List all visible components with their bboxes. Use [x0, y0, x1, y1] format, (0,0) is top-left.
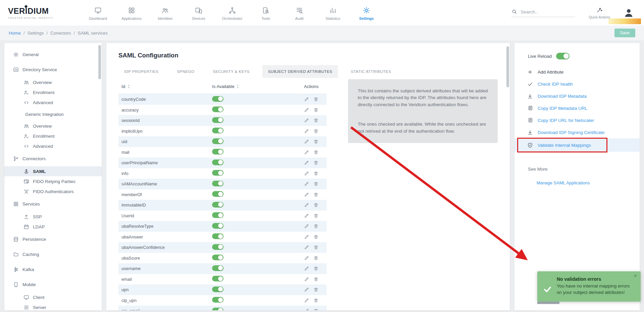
sidebar-item-enrollment[interactable]: Enrollment [4, 131, 102, 141]
edit-icon[interactable] [304, 203, 309, 208]
sidebar-item-fido-authenticators[interactable]: FIDO Authenticators [4, 186, 102, 196]
quick-actions-button[interactable]: Quick Actions [589, 7, 610, 19]
edit-icon[interactable] [304, 129, 309, 134]
nav-item-applications[interactable]: Applications [115, 5, 148, 20]
edit-icon[interactable] [304, 234, 309, 239]
sidebar-item-advanced[interactable]: Advanced [4, 141, 102, 151]
trash-icon[interactable] [313, 160, 318, 165]
trash-icon[interactable] [313, 224, 318, 229]
trash-icon[interactable] [313, 266, 318, 271]
save-button[interactable]: Save [614, 29, 636, 37]
sidebar-item-client[interactable]: Client [4, 292, 102, 302]
is-available-toggle[interactable] [212, 276, 224, 281]
sidebar-item-persistence[interactable]: Persistence [4, 232, 102, 247]
nav-item-identities[interactable]: Identities [148, 5, 182, 20]
sidebar-item-mobile[interactable]: Mobile [4, 277, 102, 292]
action-check-idp-health[interactable]: Check IDP health [514, 78, 640, 90]
trash-icon[interactable] [313, 308, 318, 310]
is-available-toggle[interactable] [212, 212, 224, 218]
is-available-toggle[interactable] [212, 149, 224, 154]
is-available-toggle[interactable] [212, 160, 224, 165]
sidebar-item-saml[interactable]: SAML [4, 166, 102, 176]
edit-icon[interactable] [304, 287, 309, 292]
trash-icon[interactable] [313, 287, 318, 292]
main-scrollbar[interactable] [506, 46, 509, 87]
veridium-logo[interactable]: VERIDIUM TRUSTED DIGITAL IDENTITY [8, 6, 68, 19]
nav-item-tools[interactable]: Tools [249, 5, 283, 20]
sidebar-item-directory-service[interactable]: ADDirectory Service [4, 62, 102, 77]
user-avatar-icon[interactable] [624, 8, 634, 18]
sidebar-item-fido-relying-parties[interactable]: FIDO Relying Parties [4, 176, 102, 186]
edit-icon[interactable] [304, 213, 309, 218]
is-available-toggle[interactable] [212, 181, 224, 186]
trash-icon[interactable] [313, 97, 318, 102]
is-available-toggle[interactable] [212, 96, 224, 102]
sidebar-item-server[interactable]: Server [4, 302, 102, 310]
action-copy-idp-url-for-netscaler[interactable]: Copy IDP URL for Netscaler [514, 114, 640, 126]
tab-static-attributes[interactable]: STATIC ATTRIBUTES [345, 65, 397, 78]
edit-icon[interactable] [304, 97, 309, 102]
sidebar-item-generic-integration[interactable]: Generic Integration [4, 107, 102, 121]
edit-icon[interactable] [304, 150, 309, 155]
edit-icon[interactable] [304, 256, 309, 261]
is-available-toggle[interactable] [212, 297, 224, 303]
tab-subject-derived-attributes[interactable]: SUBJECT DERIVED ATTRIBUTES [262, 65, 338, 78]
trash-icon[interactable] [313, 171, 318, 176]
sidebar-item-enrollment[interactable]: Enrollment [4, 87, 102, 97]
trash-icon[interactable] [313, 107, 318, 113]
edit-icon[interactable] [304, 277, 309, 282]
sidebar-item-kafka[interactable]: Kafka [4, 262, 102, 277]
edit-icon[interactable] [304, 308, 309, 310]
breadcrumb-item-home[interactable]: Home [9, 31, 21, 36]
is-available-toggle[interactable] [212, 244, 224, 250]
trash-icon[interactable] [313, 234, 318, 239]
edit-icon[interactable] [304, 171, 309, 176]
trash-icon[interactable] [313, 192, 318, 197]
is-available-toggle[interactable] [212, 117, 224, 123]
trash-icon[interactable] [313, 256, 318, 261]
search-input[interactable] [521, 9, 575, 14]
edit-icon[interactable] [304, 160, 309, 165]
breadcrumb-item-conectors[interactable]: Conectors [50, 31, 71, 36]
nav-item-settings[interactable]: Settings [350, 5, 383, 20]
live-reload-toggle[interactable] [556, 53, 569, 59]
sidebar-item-overview[interactable]: Overview [4, 121, 102, 131]
is-available-toggle[interactable] [212, 308, 224, 310]
sidebar-item-services[interactable]: Services [4, 196, 102, 212]
trash-icon[interactable] [313, 277, 318, 282]
sidebar-item-caching[interactable]: Caching [4, 247, 102, 262]
edit-icon[interactable] [304, 181, 309, 186]
action-copy-idp-metadata-url[interactable]: Copy IDP Metadata URL [514, 102, 640, 114]
nav-item-statistics[interactable]: Statistics [316, 5, 350, 20]
sidebar-item-advanced[interactable]: Advanced [4, 97, 102, 107]
trash-icon[interactable] [313, 245, 318, 250]
column-header-is-available[interactable]: Is Available [212, 84, 276, 89]
sidebar-item-ssp[interactable]: SSP [4, 212, 102, 222]
edit-icon[interactable] [304, 118, 309, 123]
sidebar-item-ldap[interactable]: LDAP [4, 222, 102, 232]
trash-icon[interactable] [313, 129, 318, 134]
column-header-id[interactable]: Id [121, 84, 212, 89]
trash-icon[interactable] [313, 118, 318, 123]
sidebar-item-connectors[interactable]: Connectors [4, 151, 102, 166]
nav-item-devices[interactable]: Devices [182, 5, 215, 20]
action-add-attribute[interactable]: Add Attribute [514, 66, 640, 78]
action-download-idp-signing-certificate[interactable]: Download IDP Signing Certificate [514, 126, 640, 138]
edit-icon[interactable] [304, 245, 309, 250]
trash-icon[interactable] [313, 181, 318, 186]
manage-saml-applications-link[interactable]: Manage SAML Applications [514, 180, 640, 185]
trash-icon[interactable] [313, 213, 318, 218]
nav-item-audit[interactable]: Audit [283, 5, 316, 20]
action-validate-internal-mappings[interactable]: Validate Internal Mappings [514, 138, 640, 152]
is-available-toggle[interactable] [212, 255, 224, 260]
trash-icon[interactable] [313, 298, 318, 303]
trash-icon[interactable] [313, 203, 318, 208]
is-available-toggle[interactable] [212, 138, 224, 144]
action-download-idp-metadata[interactable]: Download IDP Metadata [514, 90, 640, 102]
toast-close-button[interactable]: × [634, 273, 637, 278]
is-available-toggle[interactable] [212, 106, 224, 112]
edit-icon[interactable] [304, 266, 309, 271]
is-available-toggle[interactable] [212, 128, 224, 133]
is-available-toggle[interactable] [212, 170, 224, 176]
edit-icon[interactable] [304, 107, 309, 113]
